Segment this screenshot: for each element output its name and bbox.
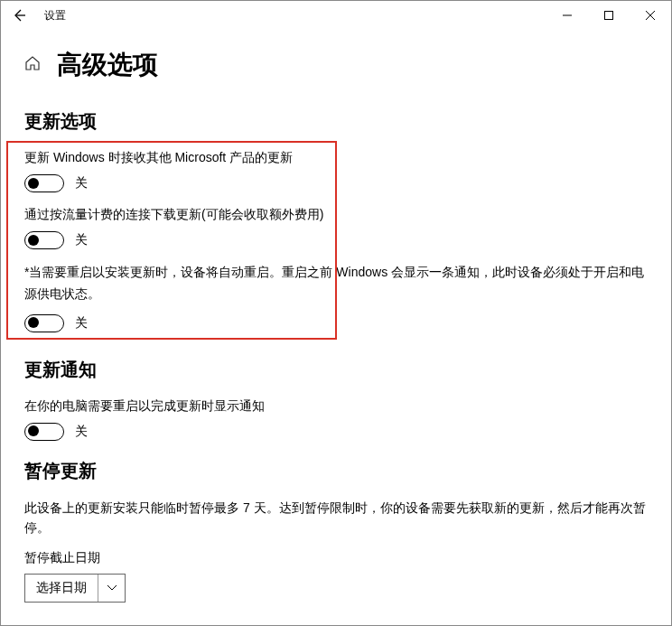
dropdown-value: 选择日期 <box>25 580 98 596</box>
pause-updates-desc: 此设备上的更新安装只能临时暂停最多 7 天。达到暂停限制时，你的设备需要先获取新… <box>24 498 648 538</box>
app-title: 设置 <box>44 8 66 23</box>
setting-receive-other-ms-updates: 更新 Windows 时接收其他 Microsoft 产品的更新 关 <box>24 148 648 192</box>
setting-label: 通过按流量计费的连接下载更新(可能会收取额外费用) <box>24 205 648 224</box>
arrow-left-icon <box>12 8 26 23</box>
section-update-notify-title: 更新通知 <box>24 358 648 382</box>
titlebar: 设置 <box>1 1 671 30</box>
setting-metered-download: 通过按流量计费的连接下载更新(可能会收取额外费用) 关 <box>24 205 648 249</box>
home-icon[interactable] <box>24 55 41 76</box>
setting-restart-notify: 在你的电脑需要重启以完成更新时显示通知 关 <box>24 397 648 441</box>
toggle-metered-download[interactable] <box>24 231 64 249</box>
window-controls <box>546 1 671 30</box>
back-button[interactable] <box>1 1 37 30</box>
page-title: 高级选项 <box>57 48 158 82</box>
setting-label: 更新 Windows 时接收其他 Microsoft 产品的更新 <box>24 148 648 167</box>
toggle-restart-notify[interactable] <box>24 423 64 441</box>
pause-until-label: 暂停截止日期 <box>24 550 648 566</box>
setting-auto-restart: *当需要重启以安装更新时，设备将自动重启。重启之前 Windows 会显示一条通… <box>24 262 648 332</box>
toggle-state: 关 <box>75 232 88 248</box>
minimize-button[interactable] <box>546 1 588 30</box>
toggle-auto-restart[interactable] <box>24 314 64 332</box>
setting-label: 在你的电脑需要重启以完成更新时显示通知 <box>24 397 648 416</box>
maximize-icon <box>604 11 613 20</box>
chevron-down-icon <box>98 575 125 602</box>
content-area: 高级选项 更新选项 更新 Windows 时接收其他 Microsoft 产品的… <box>1 30 671 626</box>
page-header: 高级选项 <box>24 48 648 82</box>
svg-rect-0 <box>605 12 613 20</box>
section-update-options-title: 更新选项 <box>24 109 648 134</box>
maximize-button[interactable] <box>588 1 630 30</box>
close-icon <box>646 11 655 20</box>
settings-window: 设置 高级选项 更新选项 更新 Windows 时接收其他 Micro <box>0 0 672 626</box>
toggle-receive-other-ms-updates[interactable] <box>24 174 64 192</box>
toggle-state: 关 <box>75 175 88 192</box>
setting-label: *当需要重启以安装更新时，设备将自动重启。重启之前 Windows 会显示一条通… <box>24 262 648 305</box>
section-pause-updates-title: 暂停更新 <box>24 459 648 483</box>
minimize-icon <box>563 11 572 20</box>
toggle-state: 关 <box>75 315 88 332</box>
close-button[interactable] <box>630 1 671 30</box>
pause-date-dropdown[interactable]: 选择日期 <box>24 574 126 603</box>
toggle-state: 关 <box>75 424 88 440</box>
